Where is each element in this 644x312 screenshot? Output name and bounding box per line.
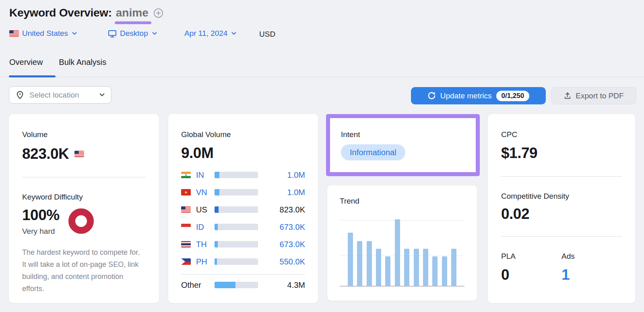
flag-us-icon — [74, 151, 84, 157]
trend-bar — [404, 249, 409, 286]
other-volume-value: 4.3M — [258, 281, 305, 290]
trend-bar — [414, 249, 419, 286]
chevron-down-icon — [231, 32, 236, 35]
keyword-difficulty-description: The hardest keyword to compete for. It w… — [22, 246, 144, 295]
keyword-highlight-underline — [115, 21, 151, 24]
keyword-difficulty-level: Very hard — [22, 227, 60, 236]
add-keyword-icon[interactable] — [153, 8, 163, 18]
country-volume-value[interactable]: 1.0M — [258, 171, 305, 180]
trend-bars — [348, 220, 456, 286]
keyword-overview-page: Keyword Overview: anime United States — [0, 0, 644, 312]
trend-bar — [367, 241, 372, 286]
keyword-difficulty-gauge — [68, 208, 94, 234]
active-tab-indicator — [9, 75, 56, 77]
chevron-down-icon — [99, 93, 105, 97]
flag-th-icon — [181, 241, 191, 248]
tab-bar: Overview Bulk Analysis — [9, 58, 106, 67]
trend-bar — [442, 256, 447, 286]
update-metrics-quota-badge: 0/1,250 — [496, 91, 530, 101]
volume-card: Volume 823.0K Keyword Difficulty 100% Ve… — [9, 114, 159, 303]
pla-label: PLA — [501, 252, 561, 261]
country-code[interactable]: TH — [196, 240, 215, 249]
ads-value[interactable]: 1 — [561, 266, 622, 283]
currency-label: USD — [259, 30, 275, 39]
update-metrics-label: Update metrics — [440, 92, 492, 100]
filters-row: United States Desktop Apr 11, 2024 U — [0, 29, 644, 40]
trend-card: Trend — [327, 185, 477, 301]
flag-id-icon — [181, 224, 191, 230]
card-divider — [501, 236, 622, 237]
select-location-button[interactable]: Select location — [9, 86, 111, 104]
flag-ph-icon — [181, 258, 191, 265]
country-row: ID673.0K — [181, 222, 305, 232]
volume-label: Volume — [22, 130, 146, 139]
volume-value: 823.0K — [22, 146, 69, 162]
trend-label: Trend — [340, 197, 464, 206]
tabs-divider — [0, 77, 644, 77]
global-volume-value: 9.0M — [181, 145, 305, 162]
page-header: Keyword Overview: anime — [9, 6, 163, 19]
intent-badge[interactable]: Informational — [341, 144, 405, 160]
chevron-down-icon — [72, 32, 77, 35]
select-location-label: Select location — [29, 91, 94, 100]
trend-bar — [451, 249, 456, 286]
ads-label: Ads — [561, 252, 622, 261]
trend-chart — [340, 220, 464, 287]
competitive-density-value: 0.02 — [501, 206, 622, 223]
competitive-density-label: Competitive Density — [501, 192, 622, 201]
flag-us-icon — [9, 30, 19, 37]
country-code: US — [196, 205, 215, 214]
trend-bar — [432, 256, 438, 286]
trend-bar — [385, 256, 390, 286]
flag-vn-icon — [181, 189, 191, 196]
update-metrics-button[interactable]: Update metrics 0/1,250 — [411, 87, 546, 104]
trend-bar — [348, 233, 353, 286]
trend-bar — [423, 249, 428, 286]
country-volume-bar — [215, 241, 258, 248]
keyword-difficulty-label: Keyword Difficulty — [22, 193, 146, 202]
other-volume-bar — [215, 282, 258, 288]
country-selector-label: United States — [22, 29, 68, 38]
tab-bulk-analysis[interactable]: Bulk Analysis — [59, 58, 106, 67]
date-selector-label: Apr 11, 2024 — [184, 29, 227, 38]
country-volume-value[interactable]: 673.0K — [258, 223, 305, 232]
device-selector-label: Desktop — [120, 29, 148, 38]
other-volume-row: Other 4.3M — [181, 280, 305, 290]
country-row: IN1.0M — [181, 170, 305, 180]
country-volume-bar — [215, 189, 258, 196]
country-volume-bar — [215, 224, 258, 230]
export-to-pdf-button[interactable]: Export to PDF — [551, 87, 636, 104]
keyword-text: anime — [116, 6, 149, 19]
cpc-label: CPC — [501, 130, 622, 139]
country-volume-value[interactable]: 1.0M — [258, 188, 305, 197]
location-pin-icon — [16, 91, 24, 100]
intent-highlight-box: Intent Informational — [326, 114, 480, 176]
country-volume-bar — [215, 258, 258, 265]
country-selector[interactable]: United States — [9, 29, 77, 38]
date-selector[interactable]: Apr 11, 2024 — [184, 29, 236, 38]
intent-label: Intent — [341, 130, 465, 139]
chevron-down-icon — [152, 32, 157, 35]
flag-us-icon — [181, 206, 191, 213]
tab-overview[interactable]: Overview — [9, 58, 43, 67]
desktop-icon — [108, 29, 117, 38]
trend-bar — [395, 219, 400, 286]
country-volume-value[interactable]: 550.0K — [258, 257, 305, 266]
device-selector[interactable]: Desktop — [108, 29, 157, 38]
country-code[interactable]: ID — [196, 223, 215, 232]
global-volume-card: Global Volume 9.0M IN1.0MVN1.0MUS823.0KI… — [168, 114, 318, 303]
keyword-difficulty-value: 100% — [22, 208, 60, 223]
page-title: Keyword Overview: — [9, 6, 112, 19]
country-volume-list: IN1.0MVN1.0MUS823.0KID673.0KTH673.0KPH55… — [181, 170, 305, 266]
country-code[interactable]: PH — [196, 257, 215, 266]
other-label: Other — [181, 281, 215, 290]
trend-bar — [357, 241, 362, 286]
refresh-icon — [427, 92, 436, 100]
export-upload-icon — [564, 92, 572, 100]
country-code[interactable]: IN — [196, 171, 215, 180]
country-volume-value[interactable]: 673.0K — [258, 240, 305, 249]
card-divider — [501, 176, 622, 177]
flag-in-icon — [181, 172, 191, 178]
country-row: PH550.0K — [181, 257, 305, 266]
country-code[interactable]: VN — [196, 188, 215, 197]
